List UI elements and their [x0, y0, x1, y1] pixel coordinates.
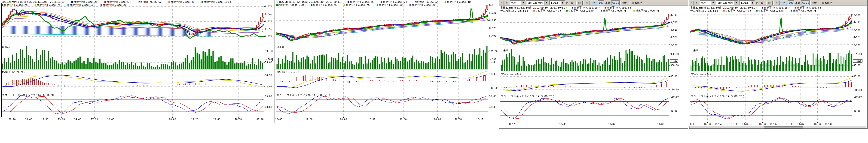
y-axis-tick-label: 300.00 — [671, 64, 679, 66]
time-axis-label: 13:20 — [58, 118, 65, 121]
volume-multiplier-badge: × 100 — [670, 59, 678, 63]
stochastics-pane-label: スロー・ストキャスティクス( 14, 3, 80, 20 ) — [691, 95, 744, 98]
y-axis-tick-label: 8,620 — [265, 20, 272, 23]
y-axis-tick-label: 900.00 — [671, 53, 679, 56]
volume-multiplier-badge: × 100 — [265, 58, 273, 61]
stochastics-pane-label: スロー・ストキャスティクス( 14, 3, 80, 20 ) — [2, 94, 56, 97]
time-axis-label: 10/11 — [476, 118, 483, 121]
y-axis-tick-label: -10.00 — [671, 88, 679, 91]
y-axis-tick-label: 8,570 — [265, 35, 272, 38]
time-axis-label: 16:30 — [814, 123, 820, 126]
time-axis-label: 12:00 — [400, 118, 407, 121]
chart-canvas[interactable] — [689, 0, 868, 129]
y-axis-tick-label: 8,525 — [854, 36, 860, 38]
time-axis-label: 20:00 — [340, 118, 347, 121]
time-axis-label: 12:00 — [41, 118, 48, 121]
macd-pane-label: MACD( 12, 26, 9 ) — [691, 72, 713, 75]
chart-window-60min: ↖▼先物▼日経225mini▼11/12▼足日週月分60▲▼本数600▲▼適用複… — [689, 0, 868, 129]
y-axis-tick-label: 40.00 — [671, 110, 677, 112]
y-axis-tick-label: 10.00 — [489, 73, 496, 75]
macd-pane-label: MACD( 12, 26, 9 ) — [501, 72, 523, 75]
time-axis-label: 20:00 — [434, 118, 441, 121]
time-axis-label: 10/08 — [455, 118, 462, 121]
y-axis-tick-label: 95.00 — [265, 95, 272, 97]
time-axis-label: 10/05 — [275, 118, 282, 121]
volume-pane-label: 出来高 — [691, 49, 699, 52]
y-axis-tick-label: -10.00 — [489, 87, 498, 89]
y-axis-tick-label: 195.00 — [265, 50, 273, 52]
y-axis-tick-label: 8,490 — [489, 35, 496, 37]
time-axis-label: 01:20 — [256, 118, 264, 121]
chart-window-15min: 日経225mini 11/12( 15分, 2011/09/30 - 2011/… — [275, 0, 498, 123]
time-axis-label: 10/05 — [742, 123, 749, 126]
time-axis-label: 10:40 — [25, 118, 32, 121]
time-axis-label: 20:00 — [169, 118, 176, 121]
y-axis-tick-label: 8,810 — [489, 4, 496, 6]
chart-window-30min: ↖▼先物▼日経225mini▼11/12▼足日週月分30▲▼本数600▲▼適用複… — [499, 0, 688, 129]
y-axis-tick-label: 8,810 — [854, 13, 860, 16]
y-axis-tick-label: 8,595 — [265, 28, 272, 30]
chart-window-5min: 日経225mini 11/12( 5分, 2011/10/05 - 2011/1… — [0, 0, 274, 123]
y-axis-tick-label: 75.00 — [489, 61, 496, 63]
time-axis-label: Oct — [690, 123, 694, 126]
time-axis-label: 12:00 — [306, 118, 312, 121]
volume-pane-label: 出来高 — [277, 45, 284, 49]
time-axis-label: 16:30 — [786, 123, 793, 126]
macd-pane-label: MACD( 12, 26, 9 ) — [2, 71, 25, 74]
time-axis-label: 16:30 — [759, 123, 766, 126]
y-axis-tick-label: 75.00 — [265, 61, 272, 64]
y-axis-tick-label: 8,790 — [671, 13, 677, 16]
y-axis-tick-label: -10.00 — [854, 88, 862, 91]
y-axis-tick-label: 135.00 — [854, 53, 862, 56]
y-axis-tick-label: 40.00 — [854, 75, 860, 78]
y-axis-tick-label: 45.00 — [671, 75, 677, 77]
time-axis-label: 17:20 — [91, 118, 98, 121]
volume-multiplier-badge: × 100 — [489, 58, 497, 61]
scrollbar-thumb[interactable] — [764, 127, 803, 129]
time-axis-label: 16:30 — [704, 123, 711, 126]
time-axis-label: 10/08 — [657, 123, 664, 126]
time-axis-label: 10/07 — [797, 123, 804, 126]
y-axis-tick-label: 185.00 — [489, 50, 498, 52]
stochastics-pane-label: スロー・ストキャスティクス( 14, 3, 80, 20 ) — [501, 95, 554, 98]
time-axis-label: 10/06 — [559, 123, 566, 126]
y-axis-tick-label: 14.50 — [265, 74, 272, 76]
time-axis-label: 10/05 — [509, 123, 516, 126]
y-axis-tick-label: 45.00 — [854, 64, 860, 66]
chart-canvas[interactable] — [0, 0, 274, 123]
volume-multiplier-badge: × 1000 — [853, 59, 863, 63]
time-axis-label: 10/06 — [770, 123, 776, 126]
volume-pane-label: 出来高 — [2, 45, 10, 49]
time-axis-label: 22:40 — [213, 118, 220, 121]
y-axis-tick-label: 95.00 — [489, 95, 496, 97]
y-axis-tick-label: 8,430 — [854, 43, 860, 46]
y-axis-tick-label: 8,610 — [671, 29, 677, 31]
macd-pane-label: MACD( 12, 26, 9 ) — [277, 71, 299, 74]
chart-canvas[interactable] — [499, 0, 688, 129]
time-axis-label: 10/08 — [825, 123, 832, 126]
y-axis-tick-label: 8,645 — [265, 13, 272, 15]
time-axis-label: 10/07 — [608, 123, 615, 126]
time-axis-label: 16:30 — [731, 123, 738, 126]
time-axis-label: 10/07 — [368, 118, 375, 121]
y-axis-tick-label: 100.00 — [671, 96, 679, 98]
chart-canvas[interactable] — [275, 0, 498, 123]
y-axis-tick-label: 8,730 — [489, 11, 496, 14]
y-axis-tick-label: 100.00 — [854, 96, 862, 98]
y-axis-tick-label: 8,700 — [671, 21, 677, 24]
horizontal-scrollbar[interactable] — [689, 126, 866, 129]
y-axis-tick-label: 8,670 — [265, 5, 272, 8]
y-axis-tick-label: -2.00 — [265, 85, 272, 88]
time-axis-label: 10/08 — [235, 118, 242, 121]
time-axis-label: 21:20 — [191, 118, 198, 121]
time-axis-label: 09:20 — [8, 118, 16, 121]
y-axis-tick-label: 40.00 — [854, 110, 860, 112]
time-axis-label: 14:40 — [74, 118, 81, 121]
y-axis-tick-label: 40.00 — [265, 106, 272, 108]
stochastics-pane-label: スロー・ストキャスティクス( 14, 3, 80, 20 ) — [277, 94, 330, 97]
time-axis-label: 10/04 — [715, 123, 721, 126]
y-axis-tick-label: 8,650 — [489, 19, 496, 22]
trading-app-screen: 日経225mini 11/12( 5分, 2011/10/05 - 2011/1… — [0, 0, 868, 143]
y-axis-tick-label: 8,430 — [671, 43, 677, 46]
y-axis-tick-label: 8,570 — [489, 27, 496, 29]
